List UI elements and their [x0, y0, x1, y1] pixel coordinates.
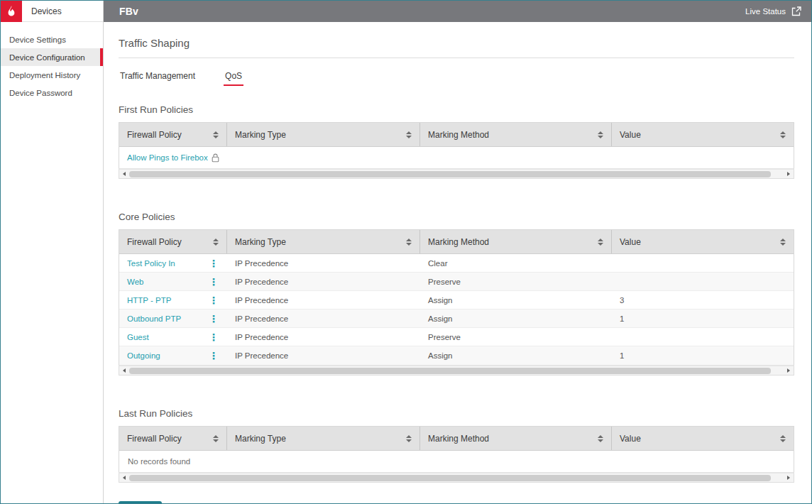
table-header-row: Firewall Policy Marking Type Marking Met…	[119, 230, 794, 254]
marking-type-cell: IP Precedence	[227, 291, 420, 309]
policy-link[interactable]: Web	[127, 278, 143, 286]
scrollbar-thumb[interactable]	[129, 171, 771, 177]
main-area: FBv Live Status Traffic Shaping Traffic …	[104, 1, 811, 503]
scrollbar-thumb[interactable]	[129, 475, 771, 481]
kebab-menu-icon[interactable]: ⋮	[208, 351, 219, 361]
column-header-firewall-policy[interactable]: Firewall Policy	[119, 427, 227, 450]
table-row: Allow Pings to Firebox	[119, 147, 794, 168]
firewall-policy-cell: Guest ⋮	[119, 328, 227, 346]
scroll-left-arrow-icon[interactable]	[123, 368, 126, 373]
kebab-menu-icon[interactable]: ⋮	[208, 314, 219, 324]
kebab-menu-icon[interactable]: ⋮	[208, 295, 219, 305]
table-row: Test Policy In ⋮ IP Precedence Clear	[119, 254, 794, 273]
kebab-menu-icon[interactable]: ⋮	[208, 277, 219, 287]
scroll-right-arrow-icon[interactable]	[787, 172, 790, 176]
marking-type-cell: IP Precedence	[227, 254, 420, 272]
sort-icon[interactable]	[780, 131, 786, 138]
column-header-label: Marking Type	[235, 237, 286, 247]
policy-link[interactable]: Guest	[127, 333, 149, 341]
column-header-label: Marking Type	[235, 130, 286, 140]
value-cell	[612, 147, 794, 168]
topbar: FBv Live Status	[104, 1, 811, 22]
policy-link[interactable]: HTTP - PTP	[127, 296, 171, 305]
policy-link[interactable]: Test Policy In	[127, 259, 175, 268]
sort-icon[interactable]	[780, 435, 786, 442]
sort-icon[interactable]	[213, 239, 219, 246]
firewall-policy-cell: Outbound PTP ⋮	[119, 309, 227, 327]
sort-icon[interactable]	[406, 435, 412, 442]
column-header-firewall-policy[interactable]: Firewall Policy	[119, 123, 227, 146]
column-header-marking-type[interactable]: Marking Type	[227, 230, 420, 253]
column-header-firewall-policy[interactable]: Firewall Policy	[119, 230, 227, 253]
table-row: Guest ⋮ IP Precedence Preserve	[119, 328, 794, 346]
live-status-link[interactable]: Live Status	[745, 6, 801, 16]
page-content: Traffic Shaping Traffic Management QoS F…	[104, 22, 811, 503]
horizontal-scrollbar[interactable]	[119, 366, 794, 376]
scroll-left-arrow-icon[interactable]	[123, 476, 126, 480]
horizontal-scrollbar[interactable]	[119, 169, 794, 179]
flame-icon	[6, 5, 17, 18]
sidebar-item-device-password[interactable]: Device Password	[1, 84, 103, 102]
watchguard-flame-logo[interactable]	[1, 1, 22, 22]
sidebar-item-device-settings[interactable]: Device Settings	[1, 31, 103, 48]
marking-method-cell	[420, 147, 612, 168]
back-button[interactable]: BACK	[119, 501, 162, 503]
page-title: Traffic Shaping	[119, 37, 794, 58]
sort-icon[interactable]	[598, 239, 603, 246]
column-header-label: Value	[620, 434, 641, 444]
lock-icon	[212, 153, 219, 163]
sort-icon[interactable]	[213, 131, 219, 138]
column-header-label: Value	[620, 237, 641, 247]
column-header-marking-method[interactable]: Marking Method	[420, 427, 612, 450]
sidebar-brand-label: Devices	[22, 6, 62, 16]
column-header-value[interactable]: Value	[612, 230, 794, 253]
marking-type-cell: IP Precedence	[227, 309, 420, 327]
sort-icon[interactable]	[406, 131, 412, 138]
column-header-marking-method[interactable]: Marking Method	[420, 123, 612, 146]
firewall-policy-cell: Outgoing ⋮	[119, 346, 227, 365]
column-header-label: Marking Method	[428, 434, 489, 444]
core-table: Firewall Policy Marking Type Marking Met…	[119, 229, 794, 366]
marking-type-cell: IP Precedence	[227, 328, 420, 346]
app-window: Devices Device Settings Device Configura…	[0, 0, 812, 504]
horizontal-scrollbar[interactable]	[119, 473, 794, 483]
scroll-right-arrow-icon[interactable]	[787, 476, 790, 480]
first-run-table: Firewall Policy Marking Type Marking Met…	[119, 122, 794, 169]
tab-qos[interactable]: QoS	[224, 71, 243, 86]
scroll-left-arrow-icon[interactable]	[123, 172, 126, 176]
scroll-right-arrow-icon[interactable]	[787, 368, 790, 373]
section-title-last-run: Last Run Policies	[119, 408, 794, 419]
kebab-menu-icon[interactable]: ⋮	[208, 258, 219, 268]
sort-icon[interactable]	[780, 239, 786, 246]
sort-icon[interactable]	[598, 435, 603, 442]
sort-icon[interactable]	[598, 131, 603, 138]
policy-link[interactable]: Outgoing	[127, 351, 160, 360]
sort-icon[interactable]	[406, 239, 412, 246]
scrollbar-thumb[interactable]	[129, 368, 771, 374]
column-header-label: Firewall Policy	[127, 237, 182, 247]
value-cell	[612, 273, 794, 290]
tab-traffic-management[interactable]: Traffic Management	[119, 71, 197, 86]
policy-link[interactable]: Allow Pings to Firebox	[127, 153, 208, 162]
value-cell	[612, 254, 794, 272]
column-header-marking-type[interactable]: Marking Type	[227, 123, 420, 146]
tab-bar: Traffic Management QoS	[119, 71, 794, 86]
value-cell	[612, 328, 794, 346]
table-header-row: Firewall Policy Marking Type Marking Met…	[119, 427, 794, 451]
last-run-table: Firewall Policy Marking Type Marking Met…	[119, 426, 794, 473]
column-header-marking-method[interactable]: Marking Method	[420, 230, 612, 253]
column-header-value[interactable]: Value	[612, 123, 794, 146]
external-link-icon	[791, 6, 801, 16]
sort-icon[interactable]	[213, 435, 219, 442]
column-header-marking-type[interactable]: Marking Type	[227, 427, 420, 450]
policy-link[interactable]: Outbound PTP	[127, 314, 181, 323]
sidebar-item-deployment-history[interactable]: Deployment History	[1, 66, 103, 84]
kebab-menu-icon[interactable]: ⋮	[208, 332, 219, 342]
column-header-value[interactable]: Value	[612, 427, 794, 450]
value-cell: 3	[612, 291, 794, 309]
column-header-label: Marking Method	[428, 237, 489, 247]
marking-method-cell: Assign	[420, 346, 612, 365]
device-name: FBv	[119, 6, 138, 17]
column-header-label: Firewall Policy	[127, 130, 182, 140]
sidebar-item-device-configuration[interactable]: Device Configuration	[1, 48, 103, 66]
